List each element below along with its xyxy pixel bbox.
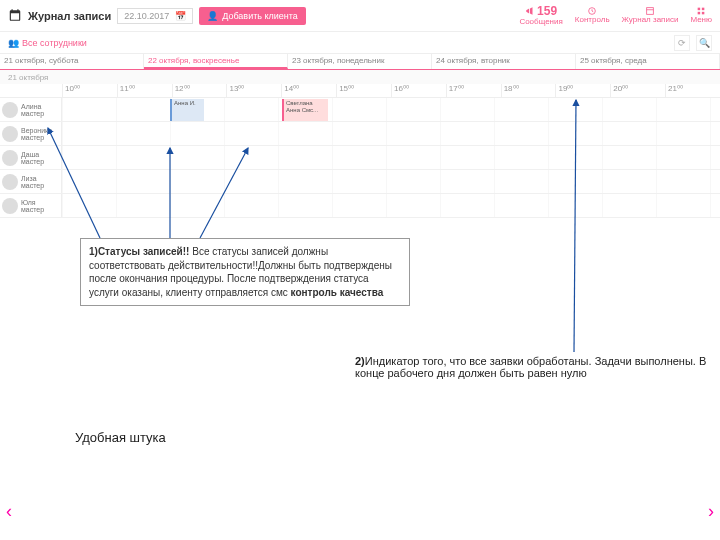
staff-row: Вероникамастер — [0, 122, 720, 146]
staff-row: АлинамастерАнна И.Светлана Анна Смс... — [0, 98, 720, 122]
menu-label: Меню — [690, 16, 712, 25]
avatar — [2, 102, 18, 118]
filter-all-staff[interactable]: 👥 Все сотрудники — [8, 38, 87, 48]
staff-cell[interactable]: Дашамастер — [0, 146, 62, 169]
journal-label: Журнал записи — [622, 16, 679, 25]
staff-row: Лизамастер — [0, 170, 720, 194]
zoom-icon[interactable]: 🔍 — [696, 35, 712, 51]
filter-label: Все сотрудники — [22, 38, 87, 48]
staff-name: Юлямастер — [21, 199, 44, 213]
grid-cells[interactable]: Анна И.Светлана Анна Смс... — [62, 98, 720, 121]
hour-cell: 12⁰⁰ — [172, 84, 227, 97]
prev-chevron-icon[interactable]: ‹ — [6, 501, 12, 522]
grid-cells[interactable] — [62, 170, 720, 193]
date-value: 22.10.2017 — [124, 11, 169, 21]
svg-rect-6 — [702, 12, 705, 14]
topbar-left: Журнал записи 22.10.2017 📅 👤 Добавить кл… — [8, 7, 306, 25]
svg-rect-5 — [698, 12, 701, 14]
messages-indicator[interactable]: 159 Сообщения — [519, 5, 562, 27]
annotation-note-2: 2)Индикатор того, что все заявки обработ… — [355, 355, 720, 379]
days-header: 21 октября, суббота 22 октября, воскресе… — [0, 54, 720, 70]
day-col-2[interactable]: 23 октября, понедельник — [288, 54, 432, 69]
refresh-icon[interactable]: ⟳ — [674, 35, 690, 51]
hour-cell: 11⁰⁰ — [117, 84, 172, 97]
messages-count: 159 — [537, 5, 557, 18]
hour-cell: 21⁰⁰ — [665, 84, 720, 97]
add-client-button[interactable]: 👤 Добавить клиента — [199, 7, 306, 25]
staff-cell[interactable]: Лизамастер — [0, 170, 62, 193]
staff-cell[interactable]: Юлямастер — [0, 194, 62, 217]
page-title: Журнал записи — [28, 10, 111, 22]
day-col-3[interactable]: 24 октября, вторник — [432, 54, 576, 69]
user-plus-icon: 👤 — [207, 11, 218, 21]
add-client-label: Добавить клиента — [222, 11, 298, 21]
calendar-small-icon: 📅 — [175, 11, 186, 21]
hour-cell: 20⁰⁰ — [610, 84, 665, 97]
hour-cell: 18⁰⁰ — [501, 84, 556, 97]
hour-cell: 16⁰⁰ — [391, 84, 446, 97]
staff-name: Алинамастер — [21, 103, 44, 117]
topbar-right: 159 Сообщения Контроль Журнал записи Мен… — [519, 5, 712, 27]
staff-row: Дашамастер — [0, 146, 720, 170]
hour-cell: 15⁰⁰ — [336, 84, 391, 97]
grid-cells[interactable] — [62, 122, 720, 145]
hour-cell: 10⁰⁰ — [62, 84, 117, 97]
users-icon: 👥 — [8, 38, 19, 48]
hour-cell: 17⁰⁰ — [446, 84, 501, 97]
annotation-note-3: Удобная штука — [75, 430, 166, 445]
staff-row: Юлямастер — [0, 194, 720, 218]
megaphone-icon — [525, 6, 535, 16]
day-col-4[interactable]: 25 октября, среда — [576, 54, 720, 69]
next-chevron-icon[interactable]: › — [708, 501, 714, 522]
journal-link[interactable]: Журнал записи — [622, 6, 679, 25]
hour-cell: 14⁰⁰ — [281, 84, 336, 97]
avatar — [2, 174, 18, 190]
appointment-block[interactable]: Светлана Анна Смс... — [282, 99, 328, 121]
staff-cell[interactable]: Алинамастер — [0, 98, 62, 121]
topbar: Журнал записи 22.10.2017 📅 👤 Добавить кл… — [0, 0, 720, 32]
control-link[interactable]: Контроль — [575, 6, 610, 25]
control-label: Контроль — [575, 16, 610, 25]
messages-label: Сообщения — [519, 18, 562, 27]
staff-name: Вероникамастер — [21, 127, 52, 141]
grid-cells[interactable] — [62, 146, 720, 169]
active-day-band: 21 октября — [0, 70, 720, 84]
hour-cell: 13⁰⁰ — [226, 84, 281, 97]
menu-link[interactable]: Меню — [690, 6, 712, 25]
staff-cell[interactable]: Вероникамастер — [0, 122, 62, 145]
avatar — [2, 150, 18, 166]
day-col-1[interactable]: 22 октября, воскресенье — [144, 54, 288, 69]
svg-rect-1 — [647, 8, 654, 15]
staff-area: АлинамастерАнна И.Светлана Анна Смс...Ве… — [0, 98, 720, 218]
staff-name: Лизамастер — [21, 175, 44, 189]
appointment-block[interactable]: Анна И. — [170, 99, 204, 121]
svg-rect-4 — [702, 8, 705, 10]
avatar — [2, 126, 18, 142]
avatar — [2, 198, 18, 214]
hours-ruler: 10⁰⁰ 11⁰⁰ 12⁰⁰ 13⁰⁰ 14⁰⁰ 15⁰⁰ 16⁰⁰ 17⁰⁰ … — [0, 84, 720, 98]
subbar-tools: ⟳ 🔍 — [674, 35, 712, 51]
calendar-icon — [8, 8, 22, 24]
svg-rect-3 — [698, 8, 701, 10]
date-picker[interactable]: 22.10.2017 📅 — [117, 8, 193, 24]
annotation-note-1: 1)Статусы записей!! Все статусы записей … — [80, 238, 410, 306]
hour-cell: 19⁰⁰ — [555, 84, 610, 97]
subbar: 👥 Все сотрудники ⟳ 🔍 — [0, 32, 720, 54]
grid-cells[interactable] — [62, 194, 720, 217]
day-col-0[interactable]: 21 октября, суббота — [0, 54, 144, 69]
staff-name: Дашамастер — [21, 151, 44, 165]
